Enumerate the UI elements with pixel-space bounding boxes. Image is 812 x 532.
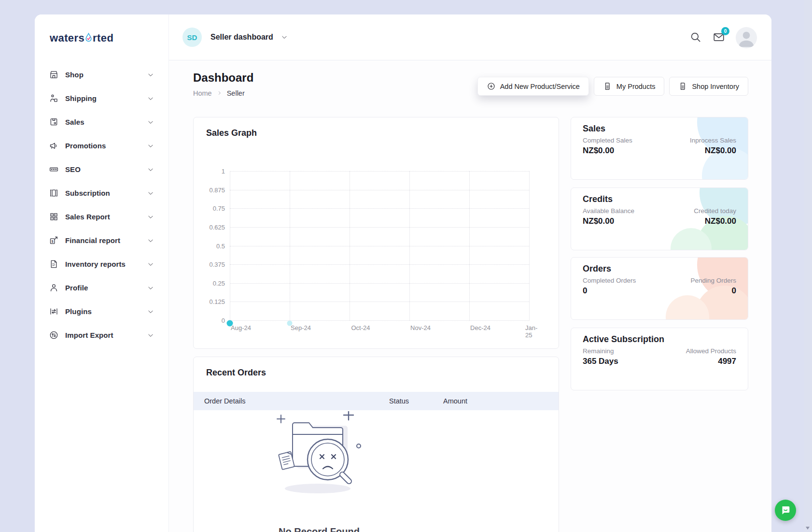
workspace-label: Seller dashboard <box>210 33 273 42</box>
sidebar-item-label: Shop <box>65 71 84 79</box>
my-products-label: My Products <box>616 83 656 90</box>
workspace-initials-badge: SD <box>182 28 202 47</box>
chevron-down-icon <box>147 119 154 126</box>
gridline-vertical <box>350 171 350 320</box>
sidebar: waters rted Shop Shipping <box>35 14 169 532</box>
sidebar-item-profile[interactable]: Profile <box>35 276 168 300</box>
scrollbar-down-arrow-icon[interactable] <box>806 527 810 530</box>
chevron-down-icon <box>147 95 154 102</box>
plugins-icon <box>49 306 59 316</box>
gridline-horizontal <box>230 227 529 228</box>
gridline-vertical <box>529 171 530 320</box>
shop-inventory-label: Shop Inventory <box>692 83 739 90</box>
add-new-product-label: Add New Product/Service <box>500 83 580 90</box>
x-axis-tick-label: Oct-24 <box>347 325 374 332</box>
sidebar-item-plugins[interactable]: Plugins <box>35 300 168 323</box>
water-drop-check-icon <box>85 32 92 43</box>
sidebar-item-label: Subscription <box>65 189 110 197</box>
recent-orders-title: Recent Orders <box>206 368 266 378</box>
credits-card-title: Credits <box>583 194 613 204</box>
chevron-down-icon <box>147 285 154 291</box>
workspace-switcher[interactable]: SD Seller dashboard <box>182 28 288 47</box>
completed-sales-label: Completed Sales <box>583 137 632 144</box>
sidebar-item-inventory-reports[interactable]: Inventory reports <box>35 252 168 276</box>
chevron-down-icon <box>147 214 154 220</box>
recent-orders-card: Recent Orders Order Details Status Amoun… <box>193 357 559 532</box>
sales-graph-card: Sales Graph 00.1250.250.3750.50.6250.750… <box>193 117 559 349</box>
sidebar-item-label: Inventory reports <box>65 260 126 268</box>
y-axis-tick-label: 0.75 <box>213 205 225 212</box>
promotions-icon <box>49 141 59 151</box>
orders-card-title: Orders <box>583 264 611 274</box>
brand-text-post: rted <box>93 32 113 44</box>
sidebar-item-financial-report[interactable]: $ Financial report <box>35 229 168 252</box>
plus-circle-icon <box>487 82 496 91</box>
shop-inventory-button[interactable]: Shop Inventory <box>669 77 748 96</box>
sales-card-title: Sales <box>583 124 605 134</box>
sidebar-item-sales-report[interactable]: Sales Report <box>35 205 168 229</box>
x-axis-tick-label: Nov-24 <box>407 325 434 332</box>
sidebar-item-label: Shipping <box>65 94 97 102</box>
sidebar-item-shop[interactable]: Shop <box>35 63 168 86</box>
sidebar-item-label: SEO <box>65 165 81 173</box>
sales-report-icon <box>49 212 59 222</box>
gridline-horizontal <box>230 208 529 209</box>
orders-table-header: Order Details Status Amount <box>194 392 559 410</box>
allowed-products-value: 4997 <box>718 357 736 366</box>
sidebar-item-seo[interactable]: SEO <box>35 158 168 181</box>
sidebar-item-label: Sales <box>65 118 84 126</box>
gridline-horizontal <box>230 246 529 246</box>
chevron-down-icon <box>147 308 154 315</box>
search-button[interactable] <box>689 31 703 44</box>
sidebar-item-subscription[interactable]: Subscription <box>35 181 168 205</box>
sales-icon <box>49 117 59 127</box>
sidebar-item-promotions[interactable]: Promotions <box>35 134 168 158</box>
pending-orders-value: 0 <box>732 286 736 296</box>
active-subscription-card: Active Subscription Remaining Allowed Pr… <box>571 328 748 390</box>
sidebar-item-shipping[interactable]: Shipping <box>35 86 168 110</box>
y-axis-tick-label: 0.875 <box>209 186 225 193</box>
sidebar-item-import-export[interactable]: Import Export <box>35 323 168 347</box>
page-actions: Add New Product/Service My Products Shop… <box>477 77 748 96</box>
inprocess-sales-label: Inprocess Sales <box>690 137 736 144</box>
search-icon <box>689 31 702 43</box>
breadcrumb-home-link[interactable]: Home <box>193 89 212 97</box>
chat-launcher-button[interactable] <box>775 500 796 521</box>
add-new-product-button[interactable]: Add New Product/Service <box>477 77 589 96</box>
chevron-down-icon <box>147 332 154 339</box>
page-scrollbar[interactable] <box>804 0 812 532</box>
page-title: Dashboard <box>193 71 253 85</box>
chevron-down-icon <box>147 190 154 197</box>
chevron-down-icon <box>147 166 154 173</box>
credited-today-label: Credited today <box>694 207 736 215</box>
completed-sales-value: NZ$0.00 <box>583 146 614 156</box>
svg-text:$: $ <box>52 240 54 244</box>
chevron-down-icon <box>147 261 154 268</box>
breadcrumb-current: Seller <box>227 89 245 97</box>
sidebar-menu: Shop Shipping Sales <box>35 63 168 347</box>
gridline-vertical <box>230 171 230 320</box>
sidebar-item-sales[interactable]: Sales <box>35 110 168 134</box>
gridline-horizontal <box>230 264 529 265</box>
shipping-icon <box>49 93 59 103</box>
subscription-icon <box>49 188 59 198</box>
financial-report-icon: $ <box>49 235 59 245</box>
sidebar-item-label: Financial report <box>65 236 120 244</box>
x-axis-tick-label: Jan-25 <box>525 325 542 339</box>
sidebar-item-label: Profile <box>65 284 88 292</box>
column-amount: Amount <box>443 397 467 405</box>
completed-orders-value: 0 <box>583 286 587 296</box>
user-avatar[interactable] <box>736 27 757 48</box>
import-export-icon <box>49 330 59 340</box>
chevron-down-icon <box>147 72 154 78</box>
credited-today-value: NZ$0.00 <box>705 216 736 226</box>
brand-logo[interactable]: waters rted <box>50 32 113 44</box>
chevron-right-icon <box>217 89 222 97</box>
orders-summary-card: Orders Completed Orders Pending Orders 0… <box>571 257 748 320</box>
profile-icon <box>49 283 59 293</box>
my-products-button[interactable]: My Products <box>594 77 665 96</box>
messages-button[interactable]: 0 <box>713 31 726 44</box>
y-axis-tick-label: 1 <box>222 168 225 175</box>
document-icon <box>603 82 612 91</box>
active-subscription-title: Active Subscription <box>583 334 664 345</box>
